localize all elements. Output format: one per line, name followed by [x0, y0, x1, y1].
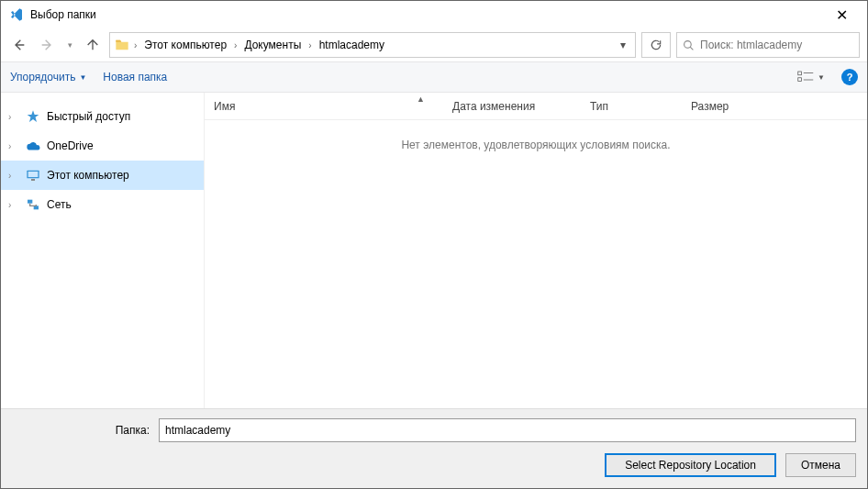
recent-dropdown[interactable]: ▾ [63, 34, 76, 56]
chevron-right-icon[interactable]: › [234, 40, 237, 50]
help-button[interactable]: ? [841, 69, 858, 85]
titlebar: Выбор папки ✕ [1, 1, 867, 28]
file-list-area: Имя ▲ Дата изменения Тип Размер Нет элем… [205, 93, 867, 408]
folder-icon [114, 37, 130, 53]
button-row: Select Repository Location Отмена [12, 453, 856, 477]
svg-rect-5 [31, 179, 35, 181]
network-icon [25, 196, 41, 213]
search-input[interactable] [700, 39, 853, 51]
window-title: Выбор папки [30, 8, 823, 21]
breadcrumb-documents[interactable]: Документы [240, 37, 305, 53]
breadcrumb-current[interactable]: htmlacademy [316, 37, 388, 53]
cloud-icon [25, 138, 41, 154]
folder-name-row: Папка: [12, 418, 856, 442]
toolbar: Упорядочить ▼ Новая папка ▼ ? [1, 61, 867, 93]
forward-button[interactable] [36, 34, 58, 56]
footer: Папка: Select Repository Location Отмена [1, 408, 867, 488]
folder-label: Папка: [104, 424, 150, 437]
up-button[interactable] [82, 34, 104, 56]
chevron-right-icon: › [8, 200, 19, 210]
chevron-down-icon: ▼ [79, 73, 86, 82]
address-history-dropdown[interactable]: ▾ [615, 39, 631, 51]
cancel-button[interactable]: Отмена [785, 453, 856, 477]
content-area: › Быстрый доступ › OneDrive › Этот компь… [1, 93, 867, 408]
chevron-right-icon: › [8, 112, 19, 122]
svg-rect-1 [798, 72, 802, 75]
nav-row: ▾ › Этот компьютер › Документы › htmlaca… [1, 28, 867, 61]
svg-rect-2 [798, 78, 802, 82]
svg-rect-4 [28, 172, 39, 177]
sidebar-item-this-pc[interactable]: › Этот компьютер [1, 161, 204, 190]
address-bar[interactable]: › Этот компьютер › Документы › htmlacade… [109, 32, 636, 58]
search-icon [683, 39, 695, 51]
breadcrumb-thispc[interactable]: Этот компьютер [140, 37, 230, 53]
column-headers: Имя ▲ Дата изменения Тип Размер [205, 93, 867, 120]
chevron-down-icon: ▼ [818, 73, 825, 82]
chevron-right-icon[interactable]: › [134, 40, 137, 50]
sidebar-item-label: Сеть [47, 198, 72, 211]
sort-ascending-icon: ▲ [417, 94, 425, 104]
folder-name-input[interactable] [159, 418, 856, 442]
column-header-name[interactable]: Имя ▲ [205, 100, 443, 113]
column-header-date[interactable]: Дата изменения [443, 100, 581, 113]
refresh-button[interactable] [641, 32, 671, 58]
sidebar-item-label: Этот компьютер [47, 169, 129, 182]
column-header-size[interactable]: Размер [682, 100, 773, 113]
back-button[interactable] [8, 34, 30, 56]
monitor-icon [25, 167, 41, 183]
chevron-right-icon: › [8, 141, 19, 151]
svg-rect-6 [28, 200, 32, 204]
sidebar-item-label: Быстрый доступ [47, 110, 130, 123]
star-icon [25, 108, 41, 125]
sidebar: › Быстрый доступ › OneDrive › Этот компь… [1, 93, 205, 408]
new-folder-button[interactable]: Новая папка [103, 71, 167, 83]
sidebar-item-onedrive[interactable]: › OneDrive [1, 131, 204, 161]
vscode-icon [8, 6, 25, 23]
chevron-right-icon[interactable]: › [308, 40, 311, 50]
search-box[interactable] [676, 32, 860, 58]
column-header-type[interactable]: Тип [581, 100, 682, 113]
organize-button[interactable]: Упорядочить ▼ [10, 71, 86, 83]
close-button[interactable]: ✕ [823, 1, 860, 28]
empty-message: Нет элементов, удовлетворяющих условиям … [205, 120, 867, 408]
sidebar-item-quick-access[interactable]: › Быстрый доступ [1, 102, 204, 131]
chevron-right-icon: › [8, 171, 19, 181]
svg-point-0 [684, 40, 692, 48]
sidebar-item-network[interactable]: › Сеть [1, 190, 204, 219]
view-options-button[interactable]: ▼ [797, 71, 825, 83]
sidebar-item-label: OneDrive [47, 139, 94, 152]
select-location-button[interactable]: Select Repository Location [605, 453, 776, 477]
